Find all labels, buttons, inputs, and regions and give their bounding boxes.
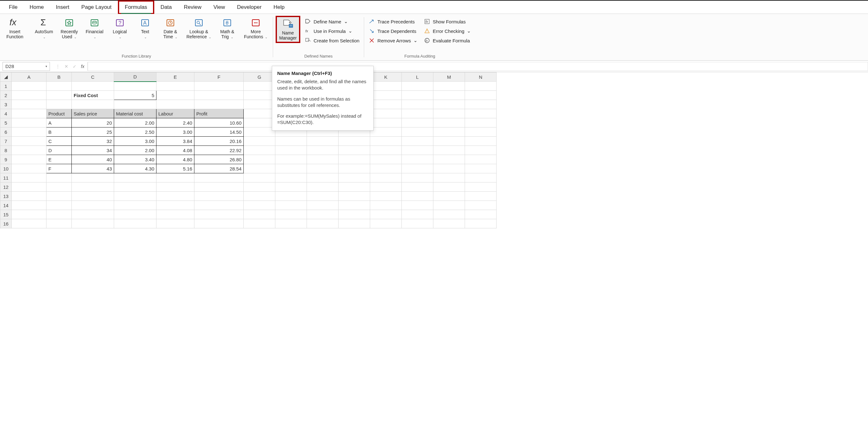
- cell[interactable]: [12, 201, 46, 210]
- cell[interactable]: [275, 219, 307, 229]
- cell[interactable]: B: [46, 127, 72, 137]
- row-header[interactable]: 1: [0, 82, 12, 91]
- cell[interactable]: [433, 82, 465, 91]
- cell[interactable]: [402, 100, 433, 109]
- cell[interactable]: [370, 155, 402, 164]
- cell[interactable]: [275, 192, 307, 201]
- spreadsheet-grid[interactable]: ◢ A B C D E F G H I J K L M N 12Fixed Co…: [0, 72, 868, 229]
- cell[interactable]: 14.50: [194, 127, 244, 137]
- cell[interactable]: [307, 219, 339, 229]
- cell[interactable]: [194, 210, 244, 219]
- cell[interactable]: [194, 91, 244, 100]
- row-header[interactable]: 15: [0, 210, 12, 219]
- cell[interactable]: [114, 100, 156, 109]
- cell[interactable]: [433, 201, 465, 210]
- cell[interactable]: [72, 201, 114, 210]
- cell[interactable]: [402, 118, 433, 127]
- cell[interactable]: [370, 137, 402, 146]
- tab-insert[interactable]: Insert: [50, 2, 75, 13]
- more-functions-button[interactable]: More Functions ⌄: [241, 16, 270, 40]
- name-box[interactable]: D28 ▾: [3, 62, 50, 71]
- cell[interactable]: [402, 182, 433, 192]
- logical-button[interactable]: ? Logical⌄: [108, 16, 131, 40]
- cell[interactable]: 2.40: [156, 118, 194, 127]
- col-header[interactable]: N: [465, 72, 497, 82]
- cell[interactable]: [402, 137, 433, 146]
- cell[interactable]: [244, 127, 275, 137]
- cell[interactable]: [339, 210, 370, 219]
- create-from-selection-button[interactable]: Create from Selection: [303, 37, 361, 44]
- cell[interactable]: [402, 201, 433, 210]
- cell[interactable]: D: [46, 146, 72, 155]
- cell[interactable]: 4.30: [114, 164, 156, 173]
- cell[interactable]: [244, 137, 275, 146]
- cell[interactable]: [465, 100, 497, 109]
- cell[interactable]: [244, 91, 275, 100]
- remove-arrows-button[interactable]: Remove Arrows ⌄: [367, 37, 420, 44]
- cell[interactable]: Sales price: [72, 109, 114, 118]
- cell[interactable]: [339, 201, 370, 210]
- cell[interactable]: [370, 192, 402, 201]
- tab-home[interactable]: Home: [24, 2, 49, 13]
- col-header[interactable]: M: [433, 72, 465, 82]
- fx-icon[interactable]: fx: [81, 64, 84, 69]
- cell[interactable]: [402, 173, 433, 182]
- cell[interactable]: [402, 219, 433, 229]
- recently-used-button[interactable]: Recently Used ⌄: [58, 16, 81, 40]
- cell[interactable]: [244, 219, 275, 229]
- cell[interactable]: [370, 82, 402, 91]
- cell[interactable]: Profit: [194, 109, 244, 118]
- cell[interactable]: [465, 137, 497, 146]
- cell[interactable]: [370, 91, 402, 100]
- row-header[interactable]: 5: [0, 118, 12, 127]
- cell[interactable]: [244, 173, 275, 182]
- col-header[interactable]: C: [72, 72, 114, 82]
- cell[interactable]: [465, 118, 497, 127]
- use-in-formula-button[interactable]: fx Use in Formula ⌄: [303, 27, 361, 35]
- cell[interactable]: 40: [72, 155, 114, 164]
- enter-icon[interactable]: ✓: [73, 64, 76, 69]
- lookup-reference-button[interactable]: Lookup & Reference ⌄: [184, 16, 213, 40]
- chevron-down-icon[interactable]: ▾: [45, 64, 47, 68]
- tab-view[interactable]: View: [208, 2, 231, 13]
- cell[interactable]: [244, 155, 275, 164]
- cell[interactable]: Material cost: [114, 109, 156, 118]
- cell[interactable]: [12, 164, 46, 173]
- cell[interactable]: 4.80: [156, 155, 194, 164]
- cell[interactable]: [12, 82, 46, 91]
- col-header[interactable]: G: [244, 72, 275, 82]
- cancel-icon[interactable]: ✕: [64, 64, 68, 69]
- cell[interactable]: [275, 164, 307, 173]
- cell[interactable]: [156, 100, 194, 109]
- cell[interactable]: [156, 192, 194, 201]
- row-header[interactable]: 11: [0, 173, 12, 182]
- cell[interactable]: [46, 201, 72, 210]
- cell[interactable]: [46, 192, 72, 201]
- cell[interactable]: [465, 201, 497, 210]
- cell[interactable]: [114, 219, 156, 229]
- dots-icon[interactable]: ⋮: [56, 64, 60, 69]
- cell[interactable]: 3.00: [156, 127, 194, 137]
- cell[interactable]: [433, 182, 465, 192]
- cell[interactable]: [12, 127, 46, 137]
- row-header[interactable]: 3: [0, 100, 12, 109]
- select-all-corner[interactable]: ◢: [0, 72, 12, 82]
- cell[interactable]: [46, 182, 72, 192]
- cell[interactable]: 26.80: [194, 155, 244, 164]
- cell[interactable]: [433, 146, 465, 155]
- show-formulas-button[interactable]: fx Show Formulas: [422, 18, 473, 25]
- col-header[interactable]: L: [402, 72, 433, 82]
- cell[interactable]: [370, 100, 402, 109]
- cell[interactable]: [433, 173, 465, 182]
- cell[interactable]: [275, 182, 307, 192]
- cell[interactable]: [370, 173, 402, 182]
- name-manager-button[interactable]: Name Manager: [276, 16, 300, 43]
- cell[interactable]: 2.00: [114, 146, 156, 155]
- cell[interactable]: 4.08: [156, 146, 194, 155]
- cell[interactable]: [114, 201, 156, 210]
- cell[interactable]: [307, 210, 339, 219]
- financial-button[interactable]: Financial⌄: [83, 16, 106, 40]
- cell[interactable]: [194, 182, 244, 192]
- cell[interactable]: [72, 173, 114, 182]
- cell[interactable]: [465, 127, 497, 137]
